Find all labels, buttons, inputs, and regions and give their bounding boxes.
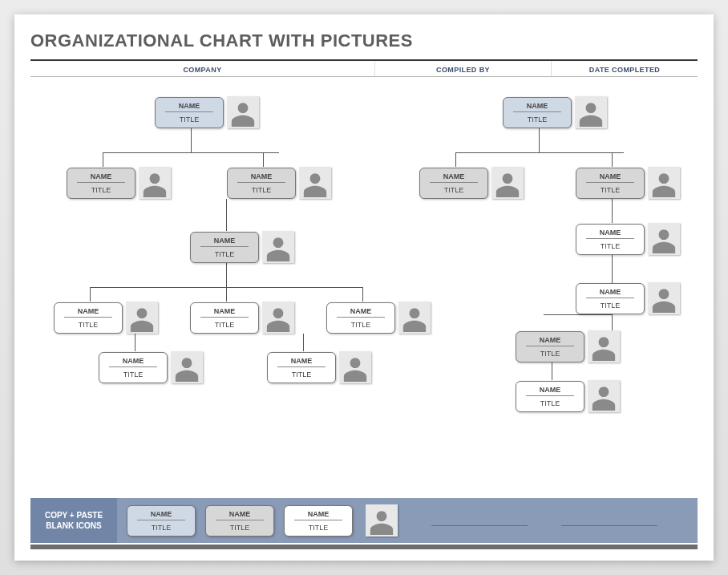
name: NAME xyxy=(277,357,326,367)
card: NAME TITLE xyxy=(99,352,168,383)
title: TITLE xyxy=(289,522,347,532)
template-sheet: ORGANIZATIONAL CHART WITH PICTURES COMPA… xyxy=(14,14,714,561)
connector xyxy=(539,128,540,152)
node-left-top[interactable]: NAME TITLE xyxy=(155,96,259,128)
name: NAME xyxy=(216,510,264,520)
card: NAME TITLE xyxy=(326,302,395,334)
title: TITLE xyxy=(581,184,639,194)
node-left-l3[interactable]: NAME TITLE xyxy=(190,231,294,263)
title: TITLE xyxy=(59,319,117,329)
avatar-placeholder-icon xyxy=(588,380,620,412)
name: NAME xyxy=(64,307,112,318)
avatar-placeholder-icon xyxy=(171,351,203,383)
connector xyxy=(612,199,613,223)
title: TITLE xyxy=(521,348,579,358)
header-row: COMPANY COMPILED BY DATE COMPLETED xyxy=(30,59,698,77)
card: NAME TITLE xyxy=(516,381,584,412)
card: NAME TITLE xyxy=(190,232,259,263)
title: TITLE xyxy=(160,114,218,124)
avatar-placeholder-icon xyxy=(299,167,331,199)
avatar-placeholder-icon xyxy=(126,302,158,334)
connector xyxy=(191,128,192,152)
connector xyxy=(226,287,227,302)
page-title: ORGANIZATIONAL CHART WITH PICTURES xyxy=(30,30,698,51)
node-right-l3[interactable]: NAME TITLE xyxy=(576,223,680,255)
avatar-placeholder-icon xyxy=(227,96,259,128)
card: NAME TITLE xyxy=(190,302,259,334)
connector xyxy=(263,152,264,167)
title: TITLE xyxy=(508,114,566,124)
card: NAME TITLE xyxy=(227,168,296,199)
node-right-l3b[interactable]: NAME TITLE xyxy=(576,282,680,314)
connector xyxy=(303,334,304,351)
avatar-placeholder-icon xyxy=(648,282,680,314)
title: TITLE xyxy=(132,522,190,532)
card: NAME TITLE xyxy=(576,224,645,255)
connector xyxy=(552,362,552,380)
connector xyxy=(103,152,103,167)
name: NAME xyxy=(109,357,157,367)
connector xyxy=(544,314,612,315)
name: NAME xyxy=(337,307,385,318)
bottom-accent-bar xyxy=(30,545,698,549)
title: TITLE xyxy=(104,369,162,379)
avatar-placeholder-icon xyxy=(648,167,680,199)
name: NAME xyxy=(294,510,342,520)
connector xyxy=(103,152,279,153)
name: NAME xyxy=(200,307,249,318)
title: TITLE xyxy=(425,184,483,194)
node-right-l4[interactable]: NAME TITLE xyxy=(516,330,620,362)
node-left-l4a[interactable]: NAME TITLE xyxy=(54,302,158,334)
avatar-placeholder-icon xyxy=(588,330,620,362)
title: TITLE xyxy=(581,300,639,310)
node-left-l4c[interactable]: NAME TITLE xyxy=(326,302,431,334)
footer-blank-icons: COPY + PASTE BLANK ICONS NAME TITLE NAME… xyxy=(30,498,698,543)
card: NAME TITLE xyxy=(419,168,488,199)
connector xyxy=(362,287,363,302)
name: NAME xyxy=(586,229,634,239)
node-left-l4b[interactable]: NAME TITLE xyxy=(190,302,294,334)
blank-card-blue[interactable]: NAME TITLE xyxy=(127,505,196,537)
card: NAME TITLE xyxy=(155,97,224,128)
node-left-l2a[interactable]: NAME TITLE xyxy=(67,167,171,199)
blank-card-white[interactable]: NAME TITLE xyxy=(284,505,353,537)
connector xyxy=(90,287,91,302)
title: TITLE xyxy=(196,249,253,258)
name: NAME xyxy=(137,510,185,520)
node-right-l2b[interactable]: NAME TITLE xyxy=(576,167,680,199)
avatar-placeholder-icon xyxy=(398,302,431,334)
title: TITLE xyxy=(211,522,269,532)
card: NAME TITLE xyxy=(54,302,123,334)
title: TITLE xyxy=(196,319,253,329)
org-chart-canvas: NAME TITLE NAME TITLE NAME TITLE NAME TI… xyxy=(30,77,698,454)
name: NAME xyxy=(526,386,574,396)
node-right-l5[interactable]: NAME TITLE xyxy=(516,380,620,412)
name: NAME xyxy=(165,102,213,112)
card: NAME TITLE xyxy=(503,97,572,128)
name: NAME xyxy=(513,102,561,112)
title: TITLE xyxy=(273,369,330,379)
node-left-l2b[interactable]: NAME TITLE xyxy=(227,167,331,199)
card: NAME TITLE xyxy=(267,352,336,383)
placeholder-line xyxy=(561,515,657,526)
header-company: COMPANY xyxy=(30,61,375,76)
blank-card-grey[interactable]: NAME TITLE xyxy=(205,505,274,537)
footer-items: NAME TITLE NAME TITLE NAME TITLE xyxy=(117,504,657,537)
name: NAME xyxy=(586,288,634,298)
title: TITLE xyxy=(332,319,390,329)
name: NAME xyxy=(200,237,249,247)
name: NAME xyxy=(77,172,125,183)
connector xyxy=(226,263,227,287)
connector xyxy=(135,334,135,351)
node-left-l5b[interactable]: NAME TITLE xyxy=(267,351,371,383)
avatar-placeholder-icon xyxy=(575,96,607,128)
node-right-l2a[interactable]: NAME TITLE xyxy=(419,167,524,199)
blank-avatar-icon[interactable] xyxy=(366,504,398,537)
card: NAME TITLE xyxy=(516,331,584,362)
node-right-top[interactable]: NAME TITLE xyxy=(503,96,607,128)
connector xyxy=(612,314,613,330)
node-left-l5a[interactable]: NAME TITLE xyxy=(99,351,203,383)
avatar-placeholder-icon xyxy=(339,351,371,383)
header-compiled-by: COMPILED BY xyxy=(375,61,552,76)
name: NAME xyxy=(430,172,478,183)
